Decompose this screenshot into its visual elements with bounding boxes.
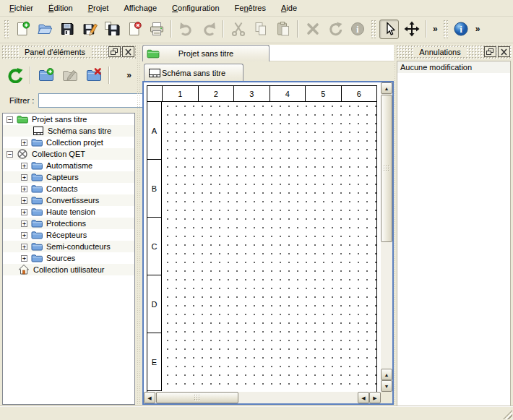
expand-icon[interactable]: +	[21, 255, 27, 262]
collapse-icon[interactable]: −	[7, 116, 13, 123]
left-splitter[interactable]	[137, 45, 142, 406]
rotate-button	[325, 20, 345, 39]
menu-item[interactable]: Aide	[275, 1, 303, 14]
expand-icon[interactable]: +	[21, 140, 27, 146]
move-icon	[404, 21, 420, 37]
save-icon	[59, 21, 75, 37]
toolbar-overflow-button[interactable]: »	[430, 24, 441, 34]
delete-icon	[305, 21, 321, 37]
tree-item[interactable]: +Convertisseurs	[3, 194, 134, 206]
resize-grip[interactable]	[503, 410, 512, 419]
save-all-button[interactable]	[102, 20, 121, 39]
new-category-icon	[38, 67, 54, 83]
toolbar-separator	[30, 67, 31, 84]
close-document-icon	[126, 21, 142, 37]
project-folder-icon	[147, 48, 160, 59]
scroll-left-button[interactable]: ◀	[144, 392, 155, 403]
save-as-button[interactable]	[79, 20, 99, 39]
move-tool-button[interactable]	[402, 20, 421, 39]
toolbar-overflow-button[interactable]: »	[473, 24, 483, 34]
tabbar-empty-area	[270, 45, 394, 61]
tree-item[interactable]: +Sources	[3, 252, 134, 264]
tree-item[interactable]: −Collection QET	[3, 148, 134, 160]
scroll-down-button[interactable]: ▼	[381, 380, 392, 392]
filter-row: Filtrer :	[5, 93, 133, 108]
menu-item[interactable]: Configuration	[165, 1, 225, 14]
elements-panel-titlebar[interactable]: Panel d'éléments	[1, 45, 136, 59]
tree-item[interactable]: −Projet sans titre	[3, 113, 134, 125]
tree-item[interactable]: +Capteurs	[3, 171, 134, 183]
close-panel-button[interactable]	[122, 46, 134, 57]
expand-icon[interactable]: +	[21, 244, 27, 250]
horizontal-scroll-thumb[interactable]	[156, 392, 238, 403]
toolbar-drag-handle[interactable]	[371, 20, 376, 38]
expand-icon[interactable]: +	[21, 220, 27, 227]
float-panel-button[interactable]	[484, 46, 496, 57]
print-button[interactable]	[147, 20, 166, 39]
toolbar-drag-handle[interactable]	[4, 20, 9, 38]
menu-item[interactable]: Fenêtres	[228, 1, 272, 14]
scroll-right-button[interactable]: ▶	[369, 392, 381, 403]
thumb-grip	[194, 394, 201, 401]
folder-icon	[31, 241, 43, 252]
save-button[interactable]	[57, 20, 77, 39]
tree-item[interactable]: +Haute tension	[3, 206, 134, 218]
expand-icon[interactable]: +	[21, 232, 27, 239]
rotate-icon	[327, 21, 343, 37]
horizontal-scrollbar[interactable]: ◀ ◀ ▶	[144, 392, 381, 403]
delete-category-button[interactable]	[84, 66, 103, 85]
menu-item[interactable]: Édition	[42, 1, 79, 14]
elements-panel: Panel d'éléments » Filtrer : −Projet san…	[1, 45, 136, 406]
menu-item[interactable]: Projet	[82, 1, 116, 14]
undo-history-item[interactable]: Aucune modification	[397, 61, 510, 73]
row-label: B	[147, 160, 162, 218]
tree-item-label: Sources	[46, 254, 75, 262]
tree-item-label: Convertisseurs	[46, 196, 99, 205]
scroll-left-button-2[interactable]: ◀	[358, 392, 369, 403]
panel-toolbar-overflow-button[interactable]: »	[124, 70, 134, 80]
about-qet-icon: i	[453, 21, 469, 37]
column-header: 3	[233, 86, 270, 101]
close-panel-button[interactable]	[498, 46, 510, 57]
menu-item[interactable]: Affichage	[117, 1, 163, 14]
open-document-button[interactable]	[35, 20, 54, 39]
tree-item[interactable]: +Collection projet	[3, 137, 134, 148]
tree-item[interactable]: Schéma sans titre	[3, 125, 134, 137]
status-bar	[0, 406, 513, 420]
expand-icon[interactable]: +	[21, 209, 27, 215]
undo-icon	[178, 21, 194, 37]
scroll-up-button-2[interactable]: ▲	[381, 369, 392, 380]
scroll-up-button[interactable]: ▲	[381, 82, 392, 94]
close-document-button[interactable]	[124, 20, 144, 39]
about-qet-button[interactable]: i	[452, 20, 471, 39]
tree-item[interactable]: +Semi-conducteurs	[3, 241, 134, 252]
toolbar-drag-handle[interactable]	[443, 20, 448, 38]
collapse-icon[interactable]: −	[7, 151, 13, 158]
diagram-view[interactable]: 123456 ABCDE ▲ ▲ ▼ ◀ ◀ ▶	[142, 81, 394, 405]
reload-collections-button[interactable]	[5, 66, 25, 85]
new-category-button[interactable]	[36, 66, 56, 85]
tree-item[interactable]: Collection utilisateur	[3, 264, 134, 275]
vertical-scroll-thumb[interactable]	[381, 95, 392, 242]
filter-input[interactable]	[38, 93, 147, 108]
copy-icon	[253, 21, 269, 37]
menu-item[interactable]: Fichier	[3, 1, 40, 14]
expand-icon[interactable]: +	[21, 186, 27, 192]
tab-diagram[interactable]: Schéma sans titre	[144, 64, 243, 81]
close-icon	[500, 48, 508, 56]
edit-category-button	[60, 66, 79, 85]
tree-item[interactable]: +Automatisme	[3, 160, 134, 171]
vertical-scrollbar[interactable]: ▲ ▲ ▼	[381, 82, 392, 392]
expand-icon[interactable]: +	[21, 197, 27, 204]
expand-icon[interactable]: +	[21, 163, 27, 169]
float-panel-button[interactable]	[108, 46, 121, 57]
tree-item[interactable]: +Contacts	[3, 183, 134, 194]
tree-item[interactable]: +Protections	[3, 218, 134, 229]
tab-project[interactable]: Projet sans titre	[142, 45, 270, 61]
new-document-button[interactable]	[12, 20, 32, 39]
expand-icon[interactable]: +	[21, 174, 27, 181]
tree-item[interactable]: +Récepteurs	[3, 229, 134, 241]
selection-tool-button[interactable]	[379, 20, 399, 39]
undo-panel-titlebar[interactable]: Annulations	[396, 45, 512, 59]
delete-category-icon	[86, 67, 102, 83]
